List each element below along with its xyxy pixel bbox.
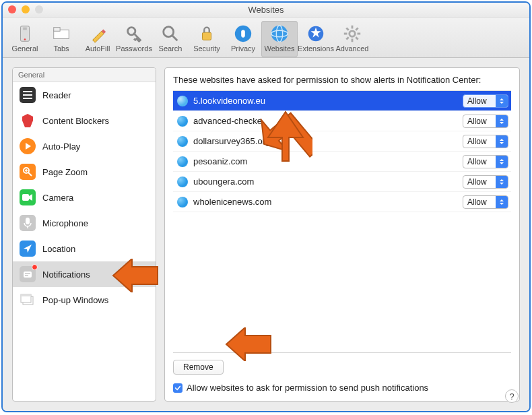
toolbar-general[interactable]: General [7, 21, 43, 57]
sidebar-item-autoplay[interactable]: Auto-Play [13, 133, 156, 159]
svg-rect-32 [25, 273, 30, 274]
sidebar-item-pagezoom[interactable]: Page Zoom [13, 159, 156, 185]
window-title: Websites [248, 5, 284, 15]
security-icon [197, 24, 217, 44]
sidebar-item-label: Page Zoom [42, 167, 88, 177]
remove-button[interactable]: Remove [173, 360, 224, 375]
toolbar-tabs[interactable]: Tabs [43, 21, 79, 57]
site-domain: advanced-checke [193, 116, 463, 126]
sidebar-item-label: Location [42, 244, 75, 254]
toolbar-extensions[interactable]: Extensions [298, 21, 334, 57]
site-domain: 5.lookvideonow.eu [193, 96, 463, 106]
permission-select[interactable]: Allow [463, 135, 508, 148]
sidebar-header: General [13, 68, 156, 82]
site-row[interactable]: wholenicenews.com Allow [173, 192, 511, 212]
globe-icon [177, 96, 188, 106]
autofill-icon [88, 24, 108, 44]
extensions-icon [306, 24, 326, 44]
site-row[interactable]: uboungera.com Allow [173, 172, 511, 192]
sidebar-item-camera[interactable]: Camera [13, 185, 156, 210]
microphone-icon [20, 215, 36, 231]
preferences-toolbar: General Tabs AutoFill Passwords Search S… [3, 18, 529, 58]
general-icon [15, 24, 35, 44]
permission-select[interactable]: Allow [463, 155, 508, 168]
svg-rect-4 [54, 27, 60, 31]
svg-rect-36 [21, 294, 31, 296]
maximize-icon[interactable] [35, 5, 43, 13]
toolbar-label: Extensions [298, 44, 334, 53]
site-domain: wholenicenews.com [193, 197, 463, 207]
allow-push-label: Allow websites to ask for permission to … [187, 383, 428, 393]
toolbar-passwords[interactable]: Passwords [116, 21, 152, 57]
privacy-icon [233, 24, 253, 44]
toolbar-label: Passwords [116, 44, 152, 53]
svg-rect-1 [23, 27, 27, 30]
reader-icon [20, 87, 36, 103]
notifications-icon [20, 266, 36, 282]
svg-point-6 [164, 26, 174, 36]
sidebar-item-label: Reader [42, 90, 71, 100]
sidebar-item-reader[interactable]: Reader [13, 82, 156, 108]
toolbar-privacy[interactable]: Privacy [225, 21, 261, 57]
sidebar-item-location[interactable]: Location [13, 236, 156, 261]
permission-select[interactable]: Allow [463, 115, 508, 128]
toolbar-label: Privacy [231, 44, 255, 53]
svg-line-20 [346, 28, 348, 30]
pagezoom-icon [20, 164, 36, 180]
svg-point-2 [24, 38, 26, 40]
advanced-icon [342, 24, 362, 44]
toolbar-label: Search [159, 44, 182, 53]
minimize-icon[interactable] [22, 5, 30, 13]
site-domain: uboungera.com [193, 177, 463, 187]
sidebar-item-popup[interactable]: Pop-up Windows [13, 287, 156, 313]
passwords-icon [124, 24, 144, 44]
help-button[interactable]: ? [505, 389, 519, 403]
tabs-icon [51, 24, 71, 44]
globe-icon [177, 177, 188, 187]
globe-icon [177, 197, 188, 208]
site-domain: pesoaniz.com [193, 156, 463, 166]
panel-description: These websites have asked for permission… [173, 75, 511, 85]
toolbar-label: General [11, 44, 38, 53]
autoplay-icon [20, 138, 36, 154]
permission-select[interactable]: Allow [463, 195, 508, 209]
svg-point-23 [350, 32, 354, 36]
sidebar-item-contentblockers[interactable]: Content Blockers [13, 108, 156, 133]
sidebar-item-label: Microphone [42, 218, 88, 228]
site-row[interactable]: pesoaniz.com Allow [173, 152, 511, 172]
toolbar-security[interactable]: Security [189, 21, 225, 57]
camera-icon [20, 189, 36, 205]
sidebar-item-label: Notifications [42, 269, 90, 280]
sidebar-item-notifications[interactable]: Notifications [13, 261, 156, 287]
site-row[interactable]: advanced-checke Allow [173, 111, 511, 131]
site-row[interactable]: dollarsurvey365.org Allow [173, 131, 511, 152]
toolbar-label: AutoFill [86, 44, 110, 53]
globe-icon [177, 116, 188, 127]
toolbar-label: Websites [264, 44, 294, 53]
toolbar-label: Security [193, 44, 220, 53]
svg-rect-29 [26, 218, 30, 224]
svg-rect-7 [202, 32, 211, 40]
svg-rect-9 [241, 30, 245, 37]
permission-select[interactable]: Allow [463, 175, 508, 189]
close-icon[interactable] [8, 5, 16, 13]
titlebar: Websites [3, 3, 529, 18]
main-panel: These websites have asked for permission… [164, 67, 520, 402]
svg-rect-33 [25, 275, 28, 276]
sidebar-item-microphone[interactable]: Microphone [13, 210, 156, 236]
permission-select[interactable]: Allow [463, 94, 508, 108]
window-controls [8, 5, 43, 13]
sidebar: General Reader Content Blockers Auto-Pla… [12, 67, 156, 402]
site-list: 5.lookvideonow.eu Allow advanced-checke … [173, 90, 511, 212]
toolbar-advanced[interactable]: Advanced [334, 21, 370, 57]
toolbar-search[interactable]: Search [152, 21, 189, 57]
site-row[interactable]: 5.lookvideonow.eu Allow [173, 91, 511, 111]
contentblockers-icon [20, 113, 36, 129]
toolbar-label: Advanced [336, 44, 369, 53]
svg-line-16 [356, 37, 358, 39]
toolbar-autofill[interactable]: AutoFill [79, 21, 116, 57]
toolbar-websites[interactable]: Websites [261, 21, 298, 57]
globe-icon [177, 136, 188, 147]
site-domain: dollarsurvey365.org [193, 136, 463, 146]
allow-push-checkbox[interactable] [173, 383, 182, 393]
